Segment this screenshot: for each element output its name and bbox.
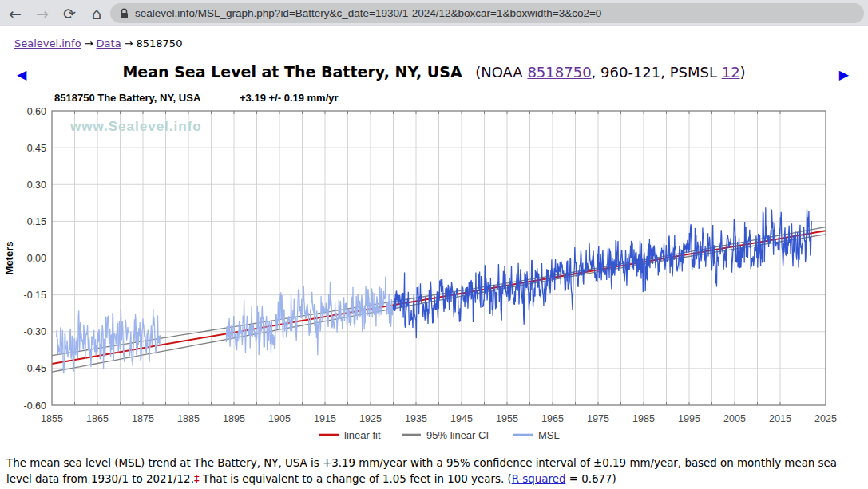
- svg-text:-0.30: -0.30: [24, 326, 47, 337]
- chart-station-title: 8518750 The Battery, NY, USA: [54, 92, 200, 104]
- svg-text:1915: 1915: [314, 413, 336, 424]
- svg-text:Meters: Meters: [3, 242, 15, 275]
- title-paren-prefix: (NOAA: [475, 64, 527, 81]
- svg-text:1975: 1975: [587, 413, 609, 424]
- title-paren-mid: , 960-121, PSMSL: [592, 64, 722, 81]
- svg-text:0.60: 0.60: [27, 106, 46, 117]
- chart-trend-label: +3.19 +/- 0.19 mm/yr: [240, 92, 339, 104]
- svg-text:0.45: 0.45: [27, 143, 46, 154]
- previous-station-arrow-icon[interactable]: ◀: [17, 67, 26, 82]
- svg-text:1905: 1905: [268, 413, 291, 424]
- svg-text:1885: 1885: [177, 413, 200, 424]
- svg-text:1855: 1855: [41, 413, 63, 424]
- home-button[interactable]: ⌂: [85, 2, 109, 25]
- browser-toolbar: ← → ⟳ ⌂ sealevel.info/MSL_graph.php?id=B…: [0, 0, 868, 26]
- forward-button[interactable]: →: [30, 2, 54, 25]
- svg-text:1985: 1985: [632, 413, 655, 424]
- footer-text-2: That is equivalent to a change of 1.05 f…: [200, 473, 512, 485]
- title-station-ids: (NOAA 8518750, 960-121, PSMSL 12): [466, 64, 746, 81]
- svg-text:-0.15: -0.15: [24, 290, 47, 301]
- breadcrumb-station: 8518750: [137, 37, 183, 49]
- breadcrumb-separator: →: [81, 37, 97, 49]
- svg-text:0.15: 0.15: [27, 216, 46, 227]
- footer-text-3: = 0.677): [565, 473, 616, 485]
- svg-text:linear fit: linear fit: [344, 429, 381, 441]
- title-paren-suffix: ): [740, 64, 746, 81]
- svg-text:2025: 2025: [814, 413, 837, 424]
- title-row: ◀ Mean Sea Level at The Battery, NY, USA…: [0, 63, 868, 81]
- svg-text:MSL: MSL: [538, 429, 560, 441]
- svg-text:1875: 1875: [132, 413, 154, 424]
- svg-text:2005: 2005: [723, 413, 746, 424]
- back-button[interactable]: ←: [3, 2, 27, 25]
- lock-icon: [120, 8, 129, 19]
- breadcrumb-data-link[interactable]: Data: [97, 37, 121, 49]
- page-title: Mean Sea Level at The Battery, NY, USA: [122, 63, 462, 81]
- psmsl-station-link[interactable]: 12: [722, 64, 740, 81]
- svg-text:0.30: 0.30: [27, 179, 46, 191]
- svg-text:1895: 1895: [223, 413, 245, 424]
- svg-text:1935: 1935: [405, 413, 427, 424]
- svg-text:1925: 1925: [359, 413, 382, 424]
- refresh-button[interactable]: ⟳: [57, 2, 81, 25]
- url-bar[interactable]: sealevel.info/MSL_graph.php?id=Battery&c…: [110, 3, 864, 23]
- svg-text:www.Sealevel.info: www.Sealevel.info: [69, 119, 202, 134]
- r-squared-link[interactable]: R-squared: [512, 473, 566, 485]
- msl-chart: www.Sealevel.info0.600.450.300.150.00-0.…: [0, 106, 868, 448]
- svg-text:0.00: 0.00: [27, 253, 46, 264]
- breadcrumb: Sealevel.info→Data→8518750: [14, 37, 182, 49]
- breadcrumb-separator: →: [121, 37, 137, 49]
- svg-text:95% linear CI: 95% linear CI: [426, 429, 489, 441]
- svg-text:2015: 2015: [769, 413, 791, 424]
- svg-text:1945: 1945: [450, 413, 473, 424]
- svg-text:1955: 1955: [496, 413, 518, 424]
- trend-summary-text: The mean sea level (MSL) trend at The Ba…: [6, 455, 863, 487]
- breadcrumb-home-link[interactable]: Sealevel.info: [14, 37, 81, 49]
- url-text: sealevel.info/MSL_graph.php?id=Battery&c…: [135, 7, 601, 19]
- next-station-arrow-icon[interactable]: ▶: [839, 67, 849, 82]
- svg-text:1995: 1995: [678, 413, 700, 424]
- svg-text:1865: 1865: [86, 413, 109, 424]
- footnote-dagger-icon: ‡: [194, 473, 200, 485]
- svg-text:-0.60: -0.60: [24, 400, 47, 412]
- svg-text:1965: 1965: [541, 413, 564, 424]
- noaa-station-link[interactable]: 8518750: [527, 64, 591, 81]
- svg-text:-0.45: -0.45: [24, 363, 47, 374]
